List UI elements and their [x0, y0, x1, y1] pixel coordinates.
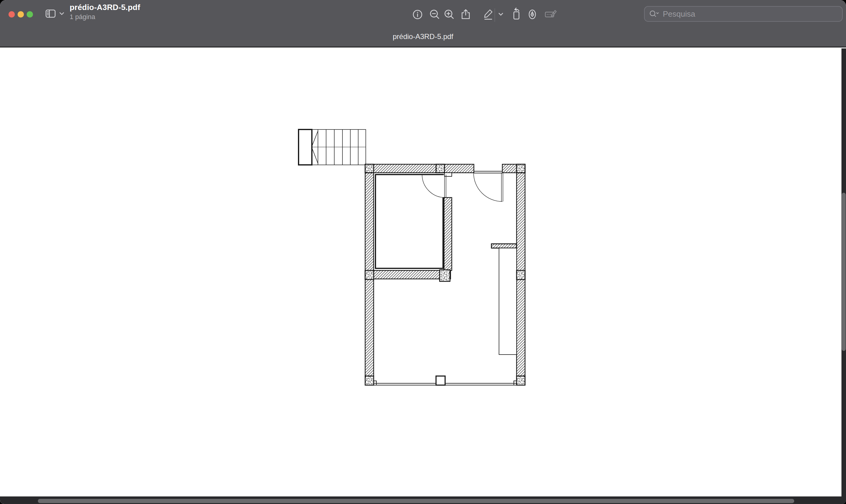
room-outline	[376, 173, 452, 268]
window-title: prédio-A3RD-5.pdf	[70, 3, 140, 12]
document-title-bar: prédio-A3RD-5.pdf	[0, 26, 846, 48]
close-button[interactable]	[8, 11, 15, 18]
minimize-button[interactable]	[18, 11, 24, 18]
horizontal-scrollbar-thumb[interactable]	[38, 499, 794, 503]
window-mullion	[436, 376, 445, 385]
markup-options-button[interactable]	[495, 7, 506, 21]
rotate-left-icon	[510, 7, 523, 21]
vertical-scrollbar-thumb[interactable]	[842, 193, 846, 351]
staircase	[298, 129, 366, 165]
info-icon	[411, 7, 424, 21]
zoom-in-button[interactable]	[442, 7, 456, 21]
page-count-label: 1 página	[70, 13, 140, 21]
markup-pencil-icon	[481, 7, 495, 21]
pdf-canvas	[0, 49, 846, 504]
preview-window: prédio-A3RD-5.pdf 1 página	[0, 0, 846, 504]
zoom-out-icon	[428, 7, 441, 21]
pen-nib-icon	[525, 7, 539, 21]
search-field[interactable]	[644, 6, 843, 22]
doors	[422, 173, 503, 201]
highlight-button[interactable]	[525, 7, 539, 21]
fill-and-sign-icon	[544, 7, 558, 21]
search-input[interactable]	[662, 9, 838, 19]
zoom-in-icon	[443, 7, 456, 21]
search-icon	[649, 10, 659, 18]
document-title: prédio-A3RD-5.pdf	[393, 32, 453, 41]
counter	[499, 248, 517, 355]
sidebar-icon	[44, 7, 57, 20]
chevron-down-icon	[497, 11, 504, 18]
share-icon	[459, 7, 472, 21]
rotate-left-button[interactable]	[509, 7, 523, 21]
toolbar: prédio-A3RD-5.pdf 1 página	[0, 0, 846, 26]
chevron-down-icon	[59, 11, 65, 17]
window-title-block: prédio-A3RD-5.pdf 1 página	[70, 3, 140, 21]
markup-button[interactable]	[481, 7, 495, 21]
fill-and-sign-button[interactable]	[543, 7, 559, 21]
sidebar-toggle-button[interactable]	[44, 7, 64, 21]
floor-plan	[0, 49, 846, 504]
zoom-out-button[interactable]	[428, 7, 442, 21]
toolbar-separator	[495, 8, 495, 22]
share-button[interactable]	[459, 7, 473, 21]
info-button[interactable]	[411, 7, 425, 21]
fullscreen-button[interactable]	[27, 11, 33, 18]
